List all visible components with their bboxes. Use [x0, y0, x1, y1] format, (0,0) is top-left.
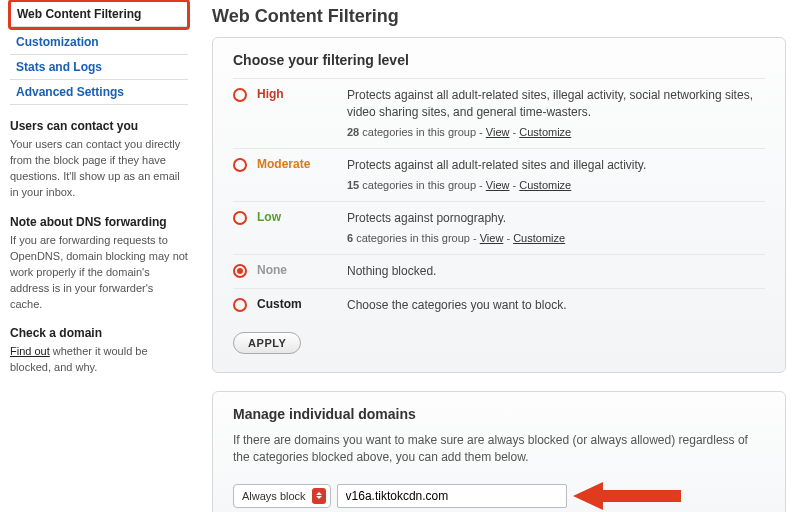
- level-desc: Protects against all adult-related sites…: [347, 87, 765, 140]
- radio-moderate[interactable]: [233, 158, 247, 172]
- sidebar-block-text: If you are forwarding requests to OpenDN…: [10, 233, 188, 313]
- level-name: High: [257, 87, 347, 101]
- customize-link[interactable]: Customize: [513, 232, 565, 244]
- sidebar-nav: Web Content Filtering Customization Stat…: [10, 0, 188, 105]
- nav-advanced-settings[interactable]: Advanced Settings: [10, 80, 188, 105]
- radio-custom[interactable]: [233, 298, 247, 312]
- block-mode-select[interactable]: Always block: [233, 484, 331, 508]
- page-title: Web Content Filtering: [212, 6, 786, 27]
- find-out-link[interactable]: Find out: [10, 345, 50, 357]
- level-name: Custom: [257, 297, 347, 311]
- customize-link[interactable]: Customize: [519, 179, 571, 191]
- view-link[interactable]: View: [480, 232, 504, 244]
- radio-low[interactable]: [233, 211, 247, 225]
- sidebar-block-title: Note about DNS forwarding: [10, 215, 188, 229]
- level-desc: Protects against all adult-related sites…: [347, 157, 646, 193]
- sidebar-block-text: Your users can contact you directly from…: [10, 137, 188, 201]
- level-desc: Protects against pornography.6 categorie…: [347, 210, 565, 246]
- level-name: Moderate: [257, 157, 347, 171]
- domain-input[interactable]: [337, 484, 567, 508]
- domains-intro: If there are domains you want to make su…: [233, 432, 765, 467]
- sidebar-check-domain-block: Check a domain Find out whether it would…: [10, 326, 188, 376]
- level-meta: 28 categories in this group - View - Cus…: [347, 125, 765, 140]
- level-desc: Choose the categories you want to block.: [347, 297, 566, 314]
- level-row-low: LowProtects against pornography.6 catego…: [233, 201, 765, 254]
- sidebar-block-text: Find out whether it would be blocked, an…: [10, 344, 188, 376]
- filtering-heading: Choose your filtering level: [233, 52, 765, 68]
- radio-none[interactable]: [233, 264, 247, 278]
- sidebar-dns-block: Note about DNS forwarding If you are for…: [10, 215, 188, 313]
- select-arrows-icon: [312, 488, 326, 504]
- view-link[interactable]: View: [486, 126, 510, 138]
- view-link[interactable]: View: [486, 179, 510, 191]
- level-row-custom: CustomChoose the categories you want to …: [233, 288, 765, 322]
- domains-panel: Manage individual domains If there are d…: [212, 391, 786, 512]
- level-meta: 6 categories in this group - View - Cust…: [347, 231, 565, 246]
- level-meta: 15 categories in this group - View - Cus…: [347, 178, 646, 193]
- annotation-arrow-icon: [573, 481, 683, 511]
- main-content: Web Content Filtering Choose your filter…: [198, 0, 800, 512]
- sidebar: Web Content Filtering Customization Stat…: [0, 0, 198, 512]
- radio-high[interactable]: [233, 88, 247, 102]
- level-row-none: NoneNothing blocked.: [233, 254, 765, 288]
- svg-marker-0: [573, 482, 681, 510]
- select-value: Always block: [242, 490, 306, 502]
- domains-heading: Manage individual domains: [233, 406, 765, 422]
- level-name: None: [257, 263, 347, 277]
- apply-button[interactable]: APPLY: [233, 332, 301, 354]
- nav-web-content-filtering[interactable]: Web Content Filtering: [11, 2, 187, 27]
- level-row-high: HighProtects against all adult-related s…: [233, 78, 765, 148]
- level-desc: Nothing blocked.: [347, 263, 436, 280]
- filtering-panel: Choose your filtering level HighProtects…: [212, 37, 786, 373]
- sidebar-block-title: Check a domain: [10, 326, 188, 340]
- sidebar-contact-block: Users can contact you Your users can con…: [10, 119, 188, 201]
- level-name: Low: [257, 210, 347, 224]
- customize-link[interactable]: Customize: [519, 126, 571, 138]
- sidebar-block-title: Users can contact you: [10, 119, 188, 133]
- nav-customization[interactable]: Customization: [10, 30, 188, 55]
- nav-stats-logs[interactable]: Stats and Logs: [10, 55, 188, 80]
- level-row-moderate: ModerateProtects against all adult-relat…: [233, 148, 765, 201]
